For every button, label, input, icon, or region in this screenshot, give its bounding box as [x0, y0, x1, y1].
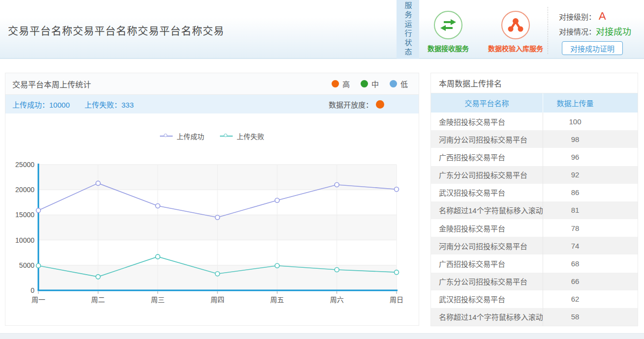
high-dot-icon	[332, 80, 339, 87]
level-legend: 高 中 低	[332, 79, 408, 89]
svg-text:25000: 25000	[15, 161, 34, 169]
weekly-upload-panel-header: 交易平台本周上传统计 高 中 低	[5, 73, 419, 95]
link-success-cert-button[interactable]: 对接成功证明	[562, 41, 623, 55]
table-row[interactable]: 河南分公司招投标交易平台74	[431, 237, 638, 254]
ranking-panel-header: 本周数据上传排名	[431, 73, 638, 93]
upload-fail-value: 333	[122, 101, 134, 109]
upload-fail-stat: 上传失败：333	[85, 99, 134, 110]
svg-text:周日: 周日	[390, 296, 403, 304]
link-level-row: 对接级别： A	[559, 9, 631, 24]
page-footer	[0, 333, 644, 339]
platform-name-cell: 武汉招投标交易平台	[431, 290, 543, 308]
link-status-row: 对接情况： 对接成功	[559, 24, 631, 38]
service-data-validate-label: 数据校验入库服务	[487, 43, 545, 53]
upload-amount-cell: 62	[543, 290, 638, 308]
column-platform-name: 交易平台名称	[431, 93, 543, 113]
page-title: 交易平台名称交易平台名称交易平台名称交易	[8, 23, 224, 37]
data-openness-label: 数据开放度：	[329, 99, 373, 110]
upload-stats-bar: 上传成功：10000 上传失败：333 数据开放度：	[5, 95, 419, 113]
link-status-label: 对接情况：	[559, 26, 596, 36]
platform-name-cell: 广东分公司招投标交易平台	[431, 273, 543, 290]
upload-amount-cell: 98	[543, 130, 638, 148]
upload-amount-cell: 68	[543, 254, 638, 272]
weekly-upload-panel-title: 交易平台本周上传统计	[12, 78, 91, 90]
low-dot-icon	[390, 80, 397, 87]
table-row[interactable]: 河南分公司招投标交易平台98	[431, 130, 638, 148]
svg-text:5000: 5000	[19, 261, 34, 269]
upload-amount-cell: 96	[543, 148, 638, 166]
upload-amount-cell: 86	[543, 184, 638, 201]
ranking-rows: 金陵招投标交易平台100河南分公司招投标交易平台98广西招投标交易平台96广东分…	[431, 113, 638, 326]
svg-text:20000: 20000	[15, 186, 34, 194]
upload-amount-cell: 66	[543, 273, 638, 290]
mid-dot-icon	[361, 80, 368, 87]
table-row[interactable]: 广东分公司招投标交易平台66	[431, 273, 638, 290]
link-info-block: 对接级别： A 对接情况： 对接成功	[559, 9, 631, 38]
platform-name-cell: 广西招投标交易平台	[431, 148, 543, 166]
svg-text:0: 0	[31, 286, 34, 294]
upload-success-stat: 上传成功：10000	[12, 99, 70, 110]
upload-amount-cell: 81	[543, 201, 638, 219]
platform-name-cell: 河南分公司招投标交易平台	[431, 237, 543, 254]
svg-text:周三: 周三	[151, 296, 165, 304]
svg-text:周二: 周二	[91, 296, 105, 304]
table-row[interactable]: 广西招投标交易平台96	[431, 148, 638, 166]
svg-text:15000: 15000	[15, 211, 34, 219]
platform-name-cell: 名称超过14个字符鼠标移入滚动	[431, 308, 543, 326]
openness-dot-icon	[376, 100, 384, 109]
table-row[interactable]: 武汉招投标交易平台62	[431, 290, 638, 308]
service-data-validate: 数据校验入库服务	[487, 11, 545, 53]
ranking-panel: 本周数据上传排名 交易平台名称 数据上传量 金陵招投标交易平台100河南分公司招…	[430, 73, 638, 326]
service-data-receive: 数据接收服务	[421, 11, 475, 53]
legend-item-high-label: 高	[342, 79, 350, 89]
platform-name-cell: 河南分公司招投标交易平台	[431, 130, 543, 148]
link-level-value: A	[599, 10, 606, 23]
upload-line-chart: 周一周二周三周四周五周六周日0500010000150002000025000	[5, 113, 419, 325]
link-level-label: 对接级别：	[559, 11, 596, 22]
link-status-value: 对接成功	[596, 25, 631, 37]
upload-amount-cell: 74	[543, 237, 638, 254]
ranking-table-header: 交易平台名称 数据上传量	[431, 93, 638, 113]
tab-service-status-label: 服务运行状态	[403, 1, 413, 57]
svg-text:周四: 周四	[211, 296, 224, 304]
platform-name-cell: 广西招投标交易平台	[431, 254, 543, 272]
platform-name-cell: 武汉招投标交易平台	[431, 184, 543, 201]
upload-amount-cell: 100	[543, 113, 638, 130]
upload-amount-cell: 58	[543, 308, 638, 326]
svg-text:周六: 周六	[330, 296, 344, 304]
platform-name-cell: 广东分公司招投标交易平台	[431, 166, 543, 184]
table-row[interactable]: 金陵招投标交易平台78	[431, 219, 638, 237]
tab-service-status[interactable]: 服务运行状态	[397, 0, 419, 59]
table-row[interactable]: 武汉招投标交易平台86	[431, 184, 638, 201]
table-row[interactable]: 广东分公司招投标交易平台92	[431, 166, 638, 184]
legend-item-high: 高	[332, 79, 350, 89]
dashboard-page: 交易平台名称交易平台名称交易平台名称交易 服务运行状态 数据接收服务	[0, 0, 644, 339]
upload-fail-label: 上传失败：	[85, 101, 122, 109]
service-data-receive-label: 数据接收服务	[421, 43, 475, 53]
platform-name-cell: 金陵招投标交易平台	[431, 113, 543, 130]
upload-success-value: 10000	[49, 101, 70, 109]
header-divider	[548, 7, 548, 54]
legend-item-low: 低	[390, 79, 408, 89]
transfer-arrows-icon	[434, 11, 462, 39]
svg-text:10000: 10000	[15, 236, 34, 244]
upload-amount-cell: 92	[543, 166, 638, 184]
weekly-upload-panel: 交易平台本周上传统计 高 中 低 上传成功：10000	[5, 73, 419, 326]
table-row[interactable]: 名称超过14个字符鼠标移入滚动58	[431, 308, 638, 326]
table-row[interactable]: 名称超过14个字符鼠标移入滚动81	[431, 201, 638, 219]
column-upload-amount: 数据上传量	[543, 98, 638, 108]
top-header: 交易平台名称交易平台名称交易平台名称交易 服务运行状态 数据接收服务	[0, 0, 644, 59]
platform-name-cell: 名称超过14个字符鼠标移入滚动	[431, 201, 543, 219]
legend-item-low-label: 低	[400, 79, 408, 89]
platform-name-cell: 金陵招投标交易平台	[431, 219, 543, 237]
legend-item-mid: 中	[361, 79, 379, 89]
share-node-icon	[501, 11, 530, 39]
upload-success-label: 上传成功：	[12, 101, 49, 109]
table-row[interactable]: 金陵招投标交易平台100	[431, 113, 638, 130]
ranking-panel-title: 本周数据上传排名	[439, 77, 502, 89]
table-row[interactable]: 广西招投标交易平台68	[431, 254, 638, 272]
legend-item-mid-label: 中	[371, 79, 379, 89]
svg-text:周一: 周一	[31, 296, 45, 304]
svg-text:周五: 周五	[270, 296, 284, 304]
upload-amount-cell: 78	[543, 219, 638, 237]
